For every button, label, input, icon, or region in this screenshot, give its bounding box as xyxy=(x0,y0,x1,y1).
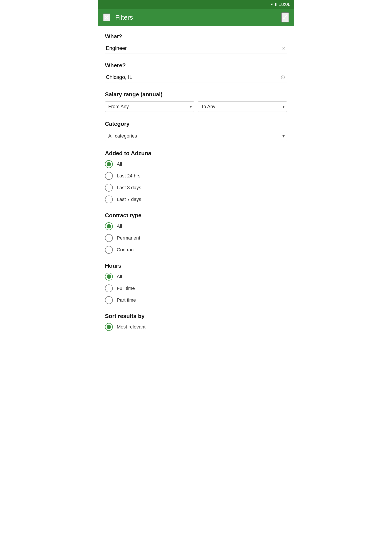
sort-section: Sort results by Most relevant xyxy=(105,313,287,331)
sort-label: Sort results by xyxy=(105,313,287,320)
battery-icon: ▮ xyxy=(275,2,277,7)
radio-item[interactable]: All xyxy=(105,160,287,168)
wifi-icon: ▾ xyxy=(271,2,273,7)
salary-section: Salary range (annual) From Any ▾ To Any … xyxy=(105,91,287,112)
status-icons: ▾ ▮ 18:08 xyxy=(271,1,290,7)
radio-circle xyxy=(105,273,113,280)
sort-radio-group: Most relevant xyxy=(105,323,287,331)
radio-inner xyxy=(107,274,111,279)
where-input[interactable] xyxy=(105,72,287,82)
what-label: What? xyxy=(105,33,287,40)
app-bar-title: Filters xyxy=(115,14,133,21)
radio-circle xyxy=(105,172,113,180)
radio-label: Last 3 days xyxy=(117,185,141,191)
radio-label: All xyxy=(117,274,122,279)
added-label: Added to Adzuna xyxy=(105,150,287,157)
salary-label: Salary range (annual) xyxy=(105,91,287,98)
radio-item[interactable]: Last 7 days xyxy=(105,195,287,203)
salary-from-arrow: ▾ xyxy=(190,104,192,109)
salary-to-dropdown[interactable]: To Any ▾ xyxy=(198,101,287,112)
contract-section: Contract type AllPermanentContract xyxy=(105,212,287,254)
radio-inner xyxy=(107,162,111,166)
added-section: Added to Adzuna AllLast 24 hrsLast 3 day… xyxy=(105,150,287,203)
what-input-wrapper: × xyxy=(105,43,287,53)
salary-to-label: To Any xyxy=(201,104,215,109)
radio-circle xyxy=(105,323,113,331)
radio-item[interactable]: Permanent xyxy=(105,234,287,242)
radio-inner xyxy=(107,224,111,228)
filter-content: What? × Where? ⊙ Salary range (annual) F… xyxy=(98,26,294,347)
radio-circle xyxy=(105,184,113,192)
radio-item[interactable]: Last 3 days xyxy=(105,184,287,192)
radio-item[interactable]: Last 24 hrs xyxy=(105,172,287,180)
where-label: Where? xyxy=(105,62,287,69)
radio-item[interactable]: Full time xyxy=(105,284,287,292)
radio-inner xyxy=(107,325,111,329)
where-input-wrapper: ⊙ xyxy=(105,72,287,82)
radio-item[interactable]: Part time xyxy=(105,296,287,304)
radio-label: All xyxy=(117,223,122,229)
app-bar: ✕ Filters ✓ xyxy=(98,9,294,26)
radio-circle xyxy=(105,246,113,254)
category-section: Category All categories ▾ xyxy=(105,121,287,141)
radio-label: Part time xyxy=(117,297,136,303)
radio-circle xyxy=(105,234,113,242)
status-bar: ▾ ▮ 18:08 xyxy=(98,0,294,9)
app-bar-left: ✕ Filters xyxy=(103,14,133,21)
what-section: What? × xyxy=(105,33,287,53)
radio-item[interactable]: All xyxy=(105,273,287,280)
radio-label: All xyxy=(117,161,122,167)
salary-from-label: From Any xyxy=(108,104,129,109)
radio-item[interactable]: Most relevant xyxy=(105,323,287,331)
what-input[interactable] xyxy=(105,43,287,53)
status-time: 18:08 xyxy=(279,1,290,7)
category-dropdown[interactable]: All categories ▾ xyxy=(105,131,287,141)
radio-item[interactable]: Contract xyxy=(105,246,287,254)
radio-circle xyxy=(105,195,113,203)
radio-circle xyxy=(105,160,113,168)
what-clear-button[interactable]: × xyxy=(282,45,285,51)
radio-label: Most relevant xyxy=(117,324,145,330)
where-section: Where? ⊙ xyxy=(105,62,287,82)
radio-label: Contract xyxy=(117,247,135,253)
category-selected: All categories xyxy=(108,133,137,139)
radio-item[interactable]: All xyxy=(105,222,287,230)
confirm-button[interactable]: ✓ xyxy=(281,12,289,22)
radio-label: Last 7 days xyxy=(117,197,141,202)
radio-label: Full time xyxy=(117,286,135,291)
category-arrow: ▾ xyxy=(282,133,285,139)
hours-label: Hours xyxy=(105,262,287,269)
radio-label: Last 24 hrs xyxy=(117,173,140,179)
radio-label: Permanent xyxy=(117,235,140,241)
radio-circle xyxy=(105,296,113,304)
contract-label: Contract type xyxy=(105,212,287,219)
salary-from-dropdown[interactable]: From Any ▾ xyxy=(105,101,194,112)
added-radio-group: AllLast 24 hrsLast 3 daysLast 7 days xyxy=(105,160,287,203)
hours-section: Hours AllFull timePart time xyxy=(105,262,287,304)
location-button[interactable]: ⊙ xyxy=(281,74,285,80)
hours-radio-group: AllFull timePart time xyxy=(105,273,287,304)
salary-to-arrow: ▾ xyxy=(282,104,285,109)
contract-radio-group: AllPermanentContract xyxy=(105,222,287,254)
category-label: Category xyxy=(105,121,287,127)
close-button[interactable]: ✕ xyxy=(103,14,110,21)
salary-row: From Any ▾ To Any ▾ xyxy=(105,101,287,112)
radio-circle xyxy=(105,222,113,230)
radio-circle xyxy=(105,284,113,292)
